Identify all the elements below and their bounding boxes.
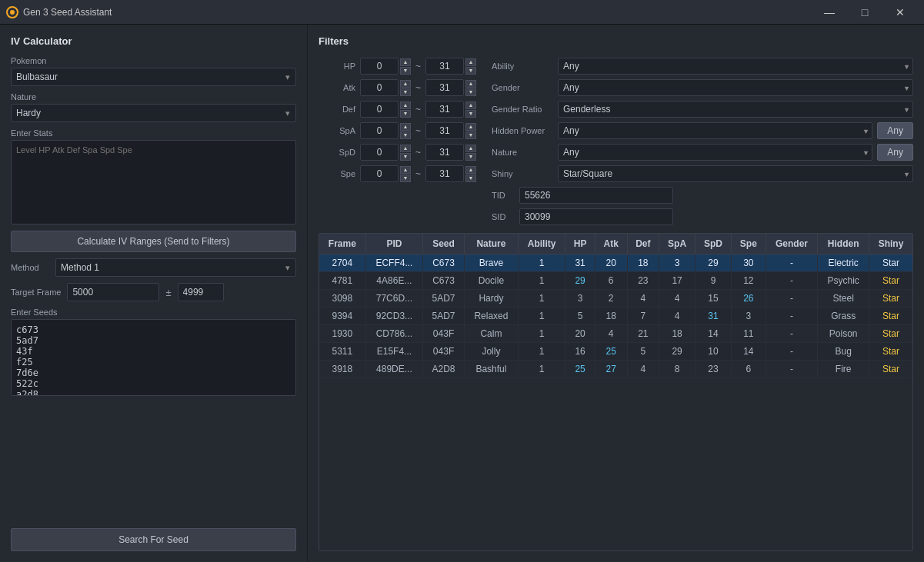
col-hp: HP: [565, 234, 595, 254]
def-min-up[interactable]: ▲: [400, 101, 411, 109]
cell-def: 18: [627, 254, 659, 272]
spa-max-input[interactable]: [425, 122, 464, 139]
spa-max-down[interactable]: ▼: [465, 131, 476, 139]
shiny-select-wrapper: ▾ Star/Square: [558, 165, 913, 182]
shiny-filter-row: Shiny ▾ Star/Square: [492, 165, 913, 182]
spe-max-down[interactable]: ▼: [465, 175, 476, 182]
atk-min-input[interactable]: [360, 79, 399, 96]
stats-textarea[interactable]: [11, 140, 296, 224]
hp-max-down[interactable]: ▼: [465, 67, 476, 75]
hp-min-down[interactable]: ▼: [400, 67, 411, 75]
hp-max-input[interactable]: [425, 58, 464, 75]
hidden-power-any-button[interactable]: Any: [877, 122, 913, 139]
spe-min-down[interactable]: ▼: [400, 175, 411, 182]
results-table-body: 2704ECFF4...C673Brave131201832930-Electr…: [319, 254, 912, 378]
cell-atk: 4: [595, 325, 627, 343]
sid-input[interactable]: [519, 208, 673, 225]
spd-max-down[interactable]: ▼: [465, 153, 476, 161]
def-min-down[interactable]: ▼: [400, 110, 411, 118]
def-max-up[interactable]: ▲: [465, 101, 476, 109]
cell-shiny: Star: [869, 361, 912, 378]
ability-select[interactable]: Any: [558, 58, 913, 75]
spa-min-down[interactable]: ▼: [400, 131, 411, 139]
hidden-power-select[interactable]: Any: [558, 122, 872, 139]
atk-max-up[interactable]: ▲: [465, 80, 476, 88]
atk-max-input[interactable]: [425, 79, 464, 96]
spd-max-spinner: ▲ ▼: [465, 145, 476, 161]
spa-min-up[interactable]: ▲: [400, 123, 411, 131]
cell-seed: C673: [423, 272, 465, 290]
spa-max-up[interactable]: ▲: [465, 123, 476, 131]
tid-input[interactable]: [519, 187, 673, 204]
table-row[interactable]: 47814A86E...C673Docile12962317912-Psychi…: [319, 272, 912, 290]
cell-gender: -: [766, 343, 818, 361]
stat-filters: HP ▲ ▼ ~ ▲ ▼: [319, 58, 476, 225]
maximize-button[interactable]: □: [847, 0, 882, 25]
spd-min-input[interactable]: [360, 144, 399, 161]
hp-label: HP: [319, 62, 355, 71]
filters-grid: HP ▲ ▼ ~ ▲ ▼: [319, 58, 913, 225]
table-row[interactable]: 5311E15F4...043FJolly116255291014-BugSta…: [319, 343, 912, 361]
atk-tilde: ~: [415, 82, 421, 93]
filter-nature-select[interactable]: Any: [558, 144, 872, 161]
atk-min-down[interactable]: ▼: [400, 88, 411, 96]
spe-min-up[interactable]: ▲: [400, 166, 411, 174]
spe-max-spinner: ▲ ▼: [465, 166, 476, 182]
hp-max-up[interactable]: ▲: [465, 58, 476, 66]
spd-max-input[interactable]: [425, 144, 464, 161]
col-spe: Spe: [732, 234, 766, 254]
spe-min-input[interactable]: [360, 165, 399, 182]
table-row[interactable]: 309877C6D...5AD7Hardy132441526-SteelStar: [319, 290, 912, 308]
cell-gender: -: [766, 272, 818, 290]
shiny-select[interactable]: Star/Square: [558, 165, 913, 182]
minimize-button[interactable]: —: [812, 0, 847, 25]
table-row[interactable]: 1930CD786...043FCalm120421181411-PoisonS…: [319, 325, 912, 343]
cell-nature: Docile: [464, 272, 518, 290]
def-max-down[interactable]: ▼: [465, 110, 476, 118]
hp-max-spinner: ▲ ▼: [465, 58, 476, 75]
pokemon-select[interactable]: Bulbasaur: [11, 68, 296, 86]
results-table-container[interactable]: Frame PID Seed Nature Ability HP Atk Def…: [319, 233, 913, 551]
close-button[interactable]: ✕: [882, 0, 918, 25]
nature-any-button[interactable]: Any: [877, 144, 913, 161]
seeds-label: Enter Seeds: [11, 308, 296, 317]
def-max-input[interactable]: [425, 101, 464, 118]
gender-select[interactable]: Any: [558, 79, 913, 96]
spe-max-up[interactable]: ▲: [465, 166, 476, 174]
target-range-input[interactable]: [178, 283, 224, 301]
gender-ratio-select[interactable]: Genderless: [558, 101, 913, 118]
method-select[interactable]: Method 1: [55, 258, 296, 277]
hidden-power-filter-row: Hidden Power ▾ Any Any: [492, 122, 913, 139]
cell-seed: 043F: [423, 343, 465, 361]
search-for-seed-button[interactable]: Search For Seed: [11, 528, 296, 551]
cell-shiny: Star: [869, 343, 912, 361]
calculate-button[interactable]: Calculate IV Ranges (Send to Filters): [11, 231, 296, 252]
right-panel: Filters HP ▲ ▼ ~: [308, 25, 924, 562]
hp-min-input[interactable]: [360, 58, 399, 75]
atk-max-spinner: ▲ ▼: [465, 80, 476, 96]
def-min-input[interactable]: [360, 101, 399, 118]
cell-hidden: Poison: [818, 325, 869, 343]
spe-min-spinner: ▲ ▼: [400, 166, 411, 182]
main-layout: IV Calculator Pokemon Bulbasaur Nature H…: [0, 25, 924, 562]
table-row[interactable]: 2704ECFF4...C673Brave131201832930-Electr…: [319, 254, 912, 272]
spe-max-input[interactable]: [425, 165, 464, 182]
spd-min-down[interactable]: ▼: [400, 153, 411, 161]
table-row[interactable]: 939492CD3...5AD7Relaxed151874313-GrassSt…: [319, 308, 912, 325]
atk-min-up[interactable]: ▲: [400, 80, 411, 88]
target-frame-input[interactable]: [67, 283, 159, 301]
atk-max-down[interactable]: ▼: [465, 88, 476, 96]
nature-label: Nature: [11, 92, 296, 101]
spd-min-up[interactable]: ▲: [400, 145, 411, 152]
cell-gender: -: [766, 254, 818, 272]
cell-seed: 043F: [423, 325, 465, 343]
spd-max-up[interactable]: ▲: [465, 145, 476, 152]
cell-spe: 3: [732, 308, 766, 325]
nature-select[interactable]: Hardy: [11, 104, 296, 122]
cell-hidden: Electric: [818, 254, 869, 272]
seeds-textarea[interactable]: c673 5ad7 43f f25 7d6e 522c a2d8: [11, 319, 296, 396]
cell-spa: 4: [659, 308, 696, 325]
table-row[interactable]: 3918489DE...A2D8Bashful1252748236-FireSt…: [319, 361, 912, 378]
hp-min-up[interactable]: ▲: [400, 58, 411, 66]
spa-min-input[interactable]: [360, 122, 399, 139]
